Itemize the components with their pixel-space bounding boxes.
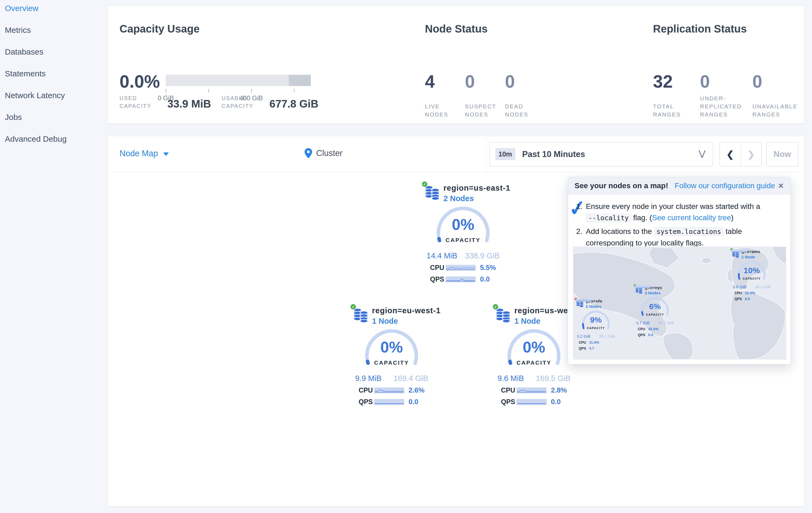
suspect-nodes-value: 0 — [465, 71, 475, 92]
caret-down-icon — [163, 153, 169, 156]
gauge-percent: 0% — [504, 338, 563, 356]
sidebar-item-jobs[interactable]: Jobs — [5, 113, 22, 122]
cpu-label: CPU — [638, 327, 646, 331]
status-ok-icon: ✓ — [422, 181, 428, 187]
db-nodes-icon: ✓ — [424, 184, 440, 200]
capacity-gauge: 6% CAPACITY — [640, 297, 670, 318]
qps-value: 0.0 — [551, 398, 560, 406]
cpu-value: 5.5% — [480, 264, 496, 272]
prev-interval-button[interactable]: ❮ — [720, 142, 741, 166]
step-2: 2. Add locations to the system.locations… — [576, 226, 785, 249]
region-nodes-link[interactable]: 2 Nodes — [645, 291, 662, 295]
region-nodes-link[interactable]: 1 Node — [742, 254, 760, 259]
qps-sparkline — [445, 276, 476, 282]
capacity-gauge: 0% CAPACITY — [504, 329, 563, 370]
dead-nodes-label: DEAD NODES — [505, 92, 543, 118]
popup-steps: 1. Ensure every node in your cluster was… — [576, 201, 785, 251]
sidebar-item-databases[interactable]: Databases — [5, 47, 43, 56]
configuration-guide-link[interactable]: Follow our configuration guide — [675, 182, 775, 190]
qps-label: QPS — [579, 346, 587, 350]
total-ranges-label: TOTAL RANGES — [653, 92, 693, 118]
capacity-bar — [166, 75, 311, 86]
used-capacity-label: USED CAPACITY — [119, 94, 163, 110]
cluster-summary-card: Capacity Usage 0.0% 0 GiB 400 GiB USED C… — [108, 6, 805, 124]
gauge-capacity-label: CAPACITY — [504, 359, 563, 366]
cpu-sparkline — [445, 265, 476, 271]
qps-sparkline — [635, 285, 650, 288]
region-used-value: 3.2 GiB — [577, 334, 590, 339]
capacity-usage-title: Capacity Usage — [119, 23, 200, 35]
usable-capacity-label: USABLE CAPACITY — [222, 94, 265, 110]
total-ranges-value: 32 — [653, 71, 673, 92]
nodes-on-map-popup: See your nodes on a map! Follow our conf… — [568, 177, 791, 364]
region-used-value: 9.6 MiB — [497, 374, 524, 383]
map-region-geo-ams: ✓ geo=ams 1 Node 10% CAPACITY — [731, 249, 772, 301]
chevron-down-icon: ⋁ — [699, 149, 705, 158]
time-step-buttons: ❮ ❯ — [720, 142, 762, 166]
cpu-value: 42.5% — [648, 327, 658, 331]
gauge-capacity-label: CAPACITY — [640, 313, 670, 316]
unavailable-value: 0 — [752, 71, 762, 92]
map-region-geo-sfo: ! geo=sfo 2 Nodes 9% CAPACITY — [576, 299, 616, 351]
cpu-label: CPU — [358, 386, 374, 394]
qps-value: 0.0 — [480, 275, 490, 284]
qps-sparkline — [576, 299, 591, 302]
region-nodes-link[interactable]: 1 Node — [372, 317, 440, 326]
popup-title: See your nodes on a map! — [575, 182, 668, 190]
cpu-sparkline — [517, 387, 547, 393]
gauge-percent: 0% — [362, 338, 421, 356]
axis-tick — [251, 89, 252, 92]
region-nodes-link[interactable]: 2 Nodes — [586, 304, 602, 309]
close-icon[interactable]: ✕ — [778, 182, 784, 190]
cpu-sparkline — [374, 387, 404, 393]
node-map-card: Node Map Cluster 10m Past 10 Minutes ⋁ ❮… — [108, 136, 805, 507]
sidebar: Overview Metrics Databases Statements Ne… — [0, 0, 106, 513]
gauge-percent: 10% — [736, 266, 767, 275]
sidebar-item-network-latency[interactable]: Network Latency — [5, 91, 65, 100]
status-ok-icon: ✓ — [492, 303, 499, 310]
cluster-overview-page: Overview Metrics Databases Statements Ne… — [0, 0, 812, 513]
region-total-value: 65.7 GiB — [658, 321, 674, 325]
qps-value: 0.0 — [409, 398, 418, 406]
sidebar-item-overview[interactable]: Overview — [5, 4, 38, 13]
location-pin-icon — [304, 148, 312, 159]
region-nodes-link[interactable]: 2 Nodes — [443, 194, 510, 203]
qps-label: QPS — [734, 297, 743, 301]
time-range-dropdown[interactable]: 10m Past 10 Minutes ⋁ — [490, 142, 713, 166]
axis-tick — [294, 89, 294, 92]
sidebar-item-metrics[interactable]: Metrics — [5, 26, 31, 35]
gauge-percent: 6% — [640, 302, 670, 311]
gauge-capacity-label: CAPACITY — [362, 359, 421, 366]
sidebar-item-advanced-debug[interactable]: Advanced Debug — [5, 134, 67, 143]
sidebar-item-statements[interactable]: Statements — [5, 69, 46, 78]
cpu-value: 2.6% — [409, 386, 425, 395]
inline-link[interactable]: See current locality tree — [652, 214, 731, 222]
region-total-value: 35.1 GiB — [599, 334, 615, 339]
node-status-title: Node Status — [425, 23, 488, 35]
under-replicated-label: UNDER-REPLICATED RANGES — [700, 84, 751, 118]
qps-value: 4.7 — [589, 346, 594, 351]
qps-sparkline — [731, 249, 747, 252]
live-nodes-label: LIVE NODES — [425, 92, 463, 118]
next-interval-button[interactable]: ❯ — [741, 142, 762, 166]
view-selector-dropdown[interactable]: Node Map — [119, 149, 169, 158]
axis-tick — [166, 89, 166, 92]
gauge-capacity-label: CAPACITY — [736, 277, 767, 280]
db-nodes-icon: ✓ — [353, 306, 369, 323]
step-text: Ensure every node in your cluster was st… — [586, 201, 785, 224]
region-used-value: 3.7 GiB — [636, 321, 649, 325]
node-map-toolbar: Node Map Cluster 10m Past 10 Minutes ⋁ ❮… — [108, 136, 804, 172]
region-name: region=eu-west-1 — [372, 306, 440, 315]
capacity-bar-reserved — [289, 75, 311, 86]
gauge-capacity-label: CAPACITY — [434, 237, 493, 243]
view-selector-label: Node Map — [119, 149, 158, 158]
qps-value: 0.0 — [745, 297, 750, 301]
region-total-value: 34.4 GiB — [755, 285, 771, 289]
now-button[interactable]: Now — [766, 142, 798, 166]
cpu-label: CPU — [501, 386, 517, 394]
region-total-value: 338.9 GiB — [465, 251, 500, 260]
region-used-value: 14.4 MiB — [427, 251, 457, 260]
step-number: 1. — [576, 201, 586, 224]
qps-label: QPS — [430, 275, 445, 283]
breadcrumb[interactable]: Cluster — [304, 148, 343, 159]
